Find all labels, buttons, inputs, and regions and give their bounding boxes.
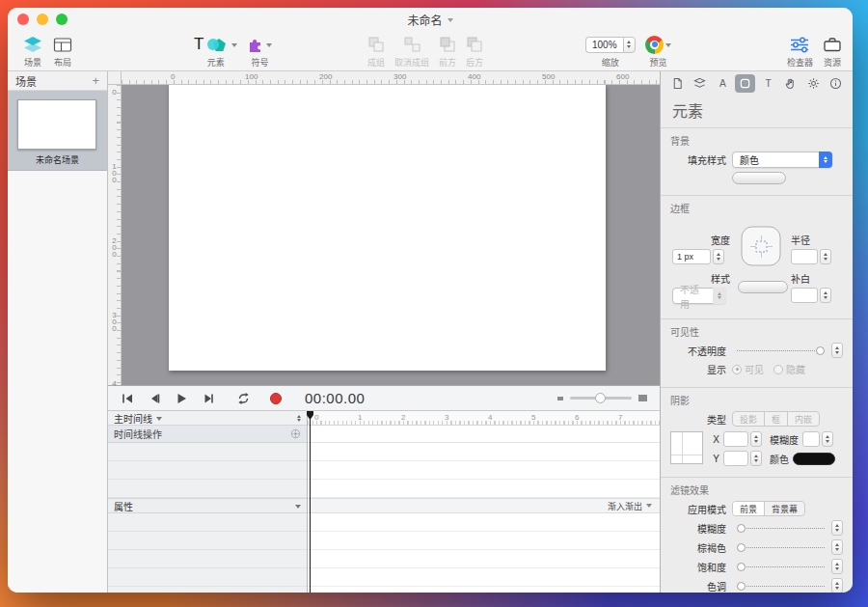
ease-row[interactable]: 渐入渐出 [308,498,660,513]
step-back-button[interactable] [143,389,166,408]
step-forward-button[interactable] [197,389,220,408]
tab-element-selected[interactable] [735,74,755,93]
canvas-viewport[interactable] [122,85,660,385]
slider-thumb[interactable] [737,582,746,591]
shadow-direction-preview[interactable] [670,431,703,464]
timeline-stepper[interactable] [297,413,301,424]
fill-style-label: 填充样式 [670,152,726,167]
tab-identity-info[interactable] [826,74,846,93]
shadow-x-stepper[interactable] [750,431,762,447]
main-timeline-selector[interactable]: 主时间线 [108,411,307,426]
hue-filter-stepper[interactable] [831,578,843,593]
slider-thumb[interactable] [737,563,746,571]
inspector-toggle-button[interactable]: 检查器 [787,34,813,69]
opacity-stepper[interactable] [831,343,843,358]
segment-drop[interactable]: 投影 [733,412,765,426]
timeline-property-rows[interactable] [108,513,307,593]
close-button[interactable] [17,14,29,25]
fill-style-popup[interactable]: 颜色 [732,152,832,168]
blur-filter-slider[interactable] [737,523,825,534]
slider-thumb[interactable] [737,543,746,552]
timeline-left-column: 主时间线 时间线操作 属性 [108,411,308,593]
track-rows-lower[interactable] [308,513,660,593]
shadow-y-stepper[interactable] [750,451,762,466]
shadow-type-segmented[interactable]: 投影 框 内嵌 [732,411,820,427]
zoom-control: 100% 缩放 [585,34,636,69]
elements-button[interactable]: T 元素 [194,34,237,69]
slider-thumb[interactable] [737,524,746,533]
segment-backdrop[interactable]: 背景幕 [765,502,804,515]
jump-start-button[interactable] [116,389,139,408]
segment-box[interactable]: 框 [765,412,788,426]
shadow-blur-field[interactable] [802,431,820,447]
scene-thumbnail[interactable] [17,99,96,150]
play-button[interactable] [170,389,193,408]
scene-button[interactable]: 场景 [22,34,43,69]
preview-button[interactable]: 预览 [645,34,671,69]
layout-button[interactable]: 布局 [53,34,72,69]
track-row-actions[interactable] [308,426,660,443]
segment-inset[interactable]: 内嵌 [788,412,819,426]
background-color-well[interactable] [732,172,786,184]
sepia-filter-slider[interactable] [737,542,825,553]
timeline-ruler[interactable]: 0 1 2 3 4 5 6 7 [308,411,660,426]
visible-radio[interactable] [732,365,742,374]
timeline-track-area[interactable]: 0 1 2 3 4 5 6 7 渐入渐出 [308,411,660,593]
tab-metrics[interactable]: A [713,74,733,93]
toolbar-group-left: 场景 布局 [17,34,77,69]
timeline-track-rows[interactable] [108,443,307,498]
apply-mode-segmented[interactable]: 前景 背景幕 [732,501,805,516]
inspector-sliders-icon [789,34,810,55]
zoom-in-icon[interactable] [637,394,648,402]
border-width-stepper[interactable] [713,249,724,264]
tab-scene[interactable] [690,74,710,93]
add-scene-button[interactable]: + [92,74,99,87]
border-style-popup[interactable]: 不适用 [672,288,726,304]
saturation-filter-slider[interactable] [737,562,825,572]
track-rows[interactable] [308,443,660,498]
border-padding-field[interactable] [791,288,818,303]
scenes-sidebar: 场景 + 未命名场景 [8,71,108,593]
border-radius-stepper[interactable] [820,249,831,264]
tab-physics-gear[interactable] [803,74,824,93]
tab-document[interactable] [667,74,688,93]
shadow-x-field[interactable] [723,431,748,447]
shadow-blur-stepper[interactable] [822,431,833,447]
border-corner-preview[interactable] [738,223,784,269]
hidden-radio[interactable] [773,365,783,374]
segment-foreground[interactable]: 前景 [733,502,765,515]
symbols-button[interactable]: 符号 [247,34,272,69]
loop-button[interactable] [231,389,255,408]
gear-icon[interactable] [290,428,301,439]
timeline-actions-row[interactable]: 时间线操作 [108,426,307,443]
resources-button[interactable]: 资源 [823,34,842,69]
properties-row[interactable]: 属性 [108,498,307,513]
record-button[interactable] [264,389,287,408]
hue-filter-slider[interactable] [737,581,825,592]
shadow-y-field[interactable] [723,451,748,466]
minimize-button[interactable] [37,14,48,25]
border-padding-stepper[interactable] [820,288,831,303]
timeline-zoom-slider[interactable] [570,397,632,400]
zoom-slider-thumb[interactable] [595,393,606,403]
border-color-well[interactable] [738,281,788,293]
blur-filter-stepper[interactable] [831,520,843,536]
border-width-field[interactable]: 1 px [672,249,711,264]
shadow-color-well[interactable] [793,453,835,465]
playhead[interactable] [310,411,311,593]
border-radius-field[interactable] [791,249,818,264]
popup-arrows-icon [713,288,726,304]
saturation-filter-stepper[interactable] [831,559,843,574]
zoom-out-icon[interactable] [556,395,564,401]
opacity-slider[interactable] [737,345,825,356]
opacity-slider-thumb[interactable] [816,346,825,355]
stage-canvas[interactable] [169,85,606,371]
title-proxy-chevron-icon[interactable] [448,18,453,25]
sepia-filter-stepper[interactable] [831,539,843,555]
scene-list-item[interactable]: 未命名场景 [8,91,107,171]
zoom-stepper[interactable] [623,37,636,53]
zoom-window-button[interactable] [56,14,68,25]
zoom-value[interactable]: 100% [585,37,623,53]
tab-typography[interactable]: T [758,74,778,93]
tab-actions-hand[interactable] [780,74,800,93]
